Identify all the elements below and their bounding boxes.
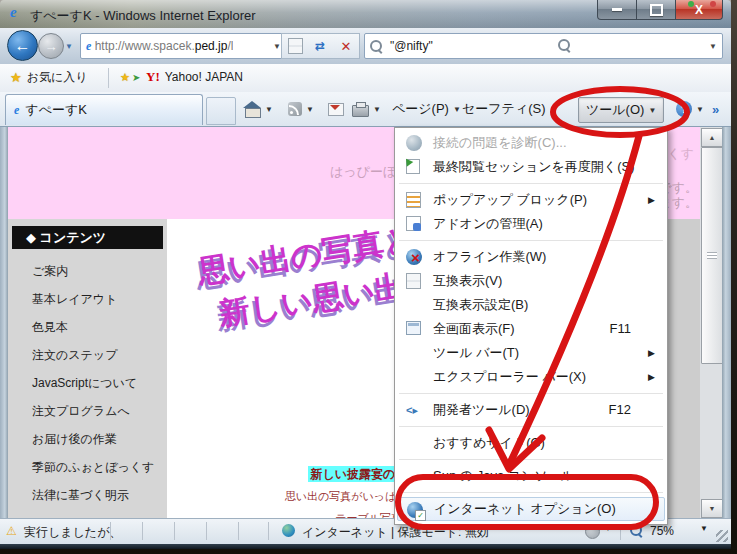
new-tab-button[interactable] <box>206 97 236 125</box>
vertical-scrollbar[interactable]: ▲ ▼ <box>700 127 722 519</box>
scrollbar-grip <box>707 252 717 259</box>
menu-separator <box>399 492 663 493</box>
tools-menu-label: ツール(O) <box>586 101 644 119</box>
menu-item-compatibility-settings[interactable]: 互換表示設定(B) <box>397 293 665 317</box>
forward-button[interactable]: → <box>38 33 64 59</box>
page-dropdown-icon: ▼ <box>453 105 461 114</box>
favorites-bar: ★ お気に入り ★➤ Y! Yahoo! JAPAN <box>0 64 731 93</box>
rss-icon <box>288 102 302 116</box>
internet-options-icon <box>407 502 423 518</box>
stop-button[interactable]: ✕ <box>333 33 360 59</box>
window-frame-left <box>0 127 8 519</box>
toolbar-overflow-chevron[interactable]: » <box>712 97 719 121</box>
sidebar-link-basic-layout[interactable]: 基本レイアウト <box>8 285 167 313</box>
menu-separator <box>399 459 663 460</box>
maximize-button[interactable] <box>637 0 675 20</box>
page-menu-button[interactable]: ページ(P)▼ <box>392 97 461 121</box>
sidebar-link-after-delivery[interactable]: お届け後の作業 <box>8 425 167 453</box>
resize-grip[interactable] <box>716 530 728 542</box>
sidebar-link-guide[interactable]: ご案内 <box>8 257 167 285</box>
filter-dropdown-icon[interactable]: ▼ <box>604 524 612 533</box>
add-favorite-star-icon: ★ <box>120 72 130 83</box>
menu-item-internet-options[interactable]: インターネット オプション(O) <box>397 497 665 521</box>
desktop-icon-dot-green <box>688 1 694 7</box>
menu-separator <box>399 393 663 394</box>
compatibility-view-button[interactable] <box>281 33 309 59</box>
menu-item-explorer-bars[interactable]: エクスプローラー バー(X) ▶ <box>397 365 665 389</box>
sidebar-link-seasonal-photobox[interactable]: 季節のふぉとぼっくす <box>8 453 167 481</box>
menu-separator <box>399 240 663 241</box>
menu-item-toolbars[interactable]: ツール バー(T) ▶ <box>397 341 665 365</box>
window-controls: X <box>597 0 723 19</box>
inprivate-filter-icon[interactable] <box>585 524 600 539</box>
menu-item-fullscreen[interactable]: 全画面表示(F) F11 <box>397 317 665 341</box>
minimize-icon <box>612 8 622 11</box>
sidebar-link-legal-notice[interactable]: 法律に基づく明示 <box>8 481 167 509</box>
help-button[interactable]: ?▼ <box>676 97 704 121</box>
help-dropdown-icon[interactable]: ▼ <box>696 105 704 114</box>
favorites-link-yahoo[interactable]: Y! Yahoo! JAPAN <box>140 67 249 87</box>
zoom-icon[interactable] <box>630 524 642 539</box>
history-dropdown-icon[interactable]: ▼ <box>65 42 73 51</box>
address-bar[interactable]: e http://www.spacek.ped.jp/l ▼ <box>80 33 287 59</box>
fullscreen-icon <box>406 321 421 335</box>
menu-item-suggested-sites[interactable]: おすすめサイト(G) <box>397 431 665 455</box>
search-go-icon <box>558 39 570 51</box>
sidebar-link-color-samples[interactable]: 色見本 <box>8 313 167 341</box>
read-mail-button[interactable] <box>328 97 344 121</box>
page-icon: e <box>86 40 91 52</box>
safety-menu-label: セーフティ(S) <box>462 100 546 118</box>
search-go-button[interactable] <box>558 39 578 54</box>
compatibility-view-icon <box>406 273 421 289</box>
reopen-session-icon <box>406 159 420 174</box>
scroll-down-button[interactable]: ▼ <box>701 499 723 518</box>
sidebar-link-order-steps[interactable]: 注文のステップ <box>8 341 167 369</box>
print-dropdown-icon[interactable]: ▼ <box>373 105 381 114</box>
minimize-button[interactable] <box>597 0 637 20</box>
menu-item-work-offline[interactable]: オフライン作業(W) <box>397 245 665 269</box>
menu-item-popup-blocker[interactable]: ポップアップ ブロック(P) ▶ <box>397 188 665 212</box>
menu-item-reopen-last-session[interactable]: 最終閲覧セッションを再度開く(S) <box>397 155 665 179</box>
tools-menu-button[interactable]: ツール(O)▼ <box>578 97 664 123</box>
back-button[interactable]: ← <box>7 30 38 61</box>
menu-label: ツール バー(T) <box>433 345 519 360</box>
favorites-star-icon: ★ <box>10 71 22 84</box>
tools-dropdown-icon: ▼ <box>648 106 656 115</box>
zoom-dropdown-icon[interactable]: ▼ <box>700 524 708 533</box>
tab-active[interactable]: e すぺーすK <box>5 94 203 125</box>
sidebar-link-order-program[interactable]: 注文プログラムへ <box>8 397 167 425</box>
menu-label: エクスプローラー バー(X) <box>433 369 586 384</box>
home-icon <box>245 108 261 118</box>
scrollbar-thumb[interactable] <box>701 147 723 364</box>
manage-addons-icon <box>406 216 421 231</box>
search-query[interactable]: "@nifty" <box>390 39 433 53</box>
menu-item-developer-tools[interactable]: <▸ 開発者ツール(D) F12 <box>397 398 665 422</box>
title-bar: e すぺーすK - Windows Internet Explorer X <box>0 0 731 29</box>
home-dropdown-icon[interactable]: ▼ <box>265 105 273 114</box>
menu-separator <box>399 426 663 427</box>
ie-window: e すぺーすK - Windows Internet Explorer X ← … <box>0 0 737 554</box>
favorites-button[interactable]: ★ お気に入り <box>4 67 94 87</box>
menu-item-manage-addons[interactable]: アドオンの管理(A) <box>397 212 665 236</box>
script-warning-icon[interactable]: ⚠ <box>6 524 17 538</box>
search-box[interactable]: "@nifty" ▼ <box>364 33 723 59</box>
tab-favicon: e <box>14 104 19 116</box>
zoom-level[interactable]: 75% <box>650 524 674 538</box>
menu-item-compatibility-view[interactable]: 互換表示(V) <box>397 269 665 293</box>
feeds-button[interactable]: ▼ <box>288 97 314 121</box>
refresh-button[interactable]: ⇄ <box>307 33 334 59</box>
navigation-bar: ← → ▼ e http://www.spacek.ped.jp/l ▼ ⇄ ✕… <box>0 28 731 65</box>
print-button[interactable]: ▼ <box>352 97 381 121</box>
banner-fragment-1: くす <box>667 145 694 163</box>
menu-label: Sun の Java コンソール <box>433 468 574 483</box>
search-dropdown-icon[interactable]: ▼ <box>704 42 722 51</box>
feeds-dropdown-icon[interactable]: ▼ <box>306 105 314 114</box>
safety-menu-button[interactable]: セーフティ(S)▼ <box>462 97 557 121</box>
menu-item-sun-java-console[interactable]: Sun の Java コンソール <box>397 464 665 488</box>
scroll-up-button[interactable]: ▲ <box>701 128 723 147</box>
maximize-icon <box>650 4 663 16</box>
sidebar-link-about-javascript[interactable]: JavaScriptについて <box>8 369 167 397</box>
banner-text-center: はっぴーぼ <box>330 163 396 181</box>
home-button[interactable]: ▼ <box>245 97 273 121</box>
printer-icon <box>352 105 369 117</box>
